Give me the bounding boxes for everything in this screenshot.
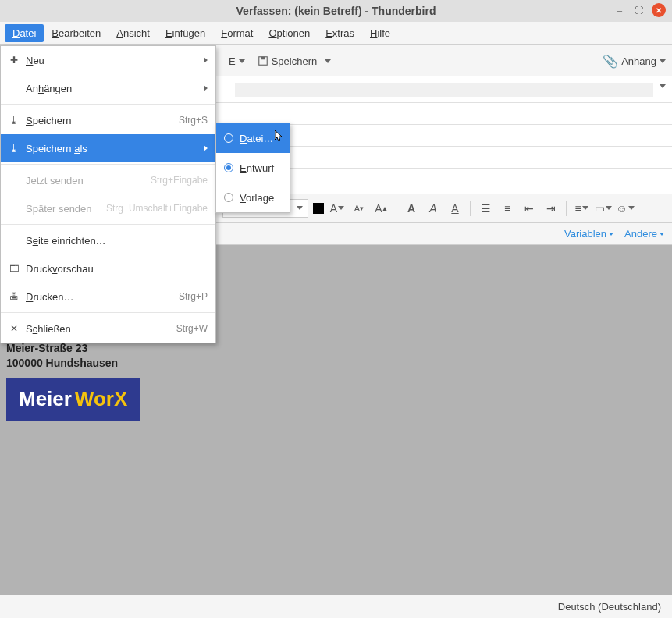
menu-schliessen-accel: Strg+W bbox=[176, 323, 208, 334]
chevron-down-icon bbox=[297, 206, 303, 210]
menu-einfuegen[interactable]: Einfügen bbox=[158, 24, 213, 42]
menu-spaeter-senden: Später senden Strg+Umschalt+Eingabe bbox=[1, 194, 215, 222]
menu-extras[interactable]: Extras bbox=[318, 24, 362, 42]
save-button[interactable]: Speichern bbox=[251, 52, 324, 70]
download-icon: ⭳ bbox=[7, 115, 21, 126]
menu-separator bbox=[1, 104, 215, 105]
submenu-datei[interactable]: Datei… bbox=[216, 123, 290, 153]
underline-btn[interactable]: A bbox=[446, 200, 464, 217]
recipient-row[interactable] bbox=[216, 76, 672, 103]
chevron-down-icon[interactable] bbox=[660, 84, 666, 88]
svg-rect-1 bbox=[261, 57, 265, 60]
outdent-btn[interactable]: ⇤ bbox=[521, 200, 538, 217]
chevron-down-icon[interactable] bbox=[325, 59, 331, 63]
attach-label: Anhang bbox=[621, 55, 656, 67]
menu-schliessen[interactable]: ✕ Schließen Strg+W bbox=[1, 314, 215, 343]
font-smaller-btn[interactable]: A▾ bbox=[350, 200, 368, 217]
menu-neu[interactable]: ✚ Neu bbox=[1, 46, 215, 74]
menu-datei[interactable]: Datei bbox=[5, 24, 44, 42]
menu-druckvorschau-label: Druckvorschau bbox=[26, 263, 208, 275]
variables-label: Variablen bbox=[564, 228, 606, 240]
menu-speichern-label: Speichern bbox=[26, 115, 179, 126]
close-icon[interactable]: ✕ bbox=[652, 3, 666, 17]
menu-speichern-als[interactable]: ⭳ Speichern als bbox=[1, 134, 215, 162]
font-size-btn[interactable]: A bbox=[329, 200, 346, 217]
file-menu-dropdown: ✚ Neu Anhängen ⭳ Speichern Strg+S ⭳ Spei… bbox=[0, 45, 216, 343]
toolbar-fragment[interactable]: E bbox=[222, 52, 251, 70]
titlebar: Verfassen: (kein Betreff) - Thunderbird … bbox=[0, 0, 672, 22]
chevron-down-icon bbox=[239, 59, 245, 63]
menu-jetzt-senden-accel: Strg+Eingabe bbox=[151, 175, 208, 186]
header-row-2[interactable] bbox=[216, 103, 672, 125]
font-larger-btn[interactable]: A▴ bbox=[372, 200, 389, 217]
bullet-list-btn[interactable]: ☰ bbox=[477, 200, 494, 217]
italic-btn[interactable]: A bbox=[425, 200, 442, 217]
menu-seite-einrichten[interactable]: Seite einrichten… bbox=[1, 226, 215, 254]
logo-word-2: WorX bbox=[75, 387, 127, 410]
align-btn[interactable]: ≡ bbox=[573, 200, 590, 217]
maximize-icon[interactable]: ⛶ bbox=[633, 5, 644, 16]
submenu-vorlage[interactable]: Vorlage bbox=[216, 183, 290, 212]
menu-drucken-label: Drucken… bbox=[26, 291, 179, 303]
other-label: Andere bbox=[624, 228, 657, 240]
insert-btn[interactable]: ▭ bbox=[595, 200, 612, 217]
menu-anhaengen[interactable]: Anhängen bbox=[1, 74, 215, 102]
bold-btn[interactable]: A bbox=[403, 200, 420, 217]
menu-spaeter-senden-label: Später senden bbox=[26, 203, 106, 215]
sig-city: 100000 Hundshausen bbox=[6, 356, 140, 371]
menubar: Datei Bearbeiten Ansicht Einfügen Format… bbox=[0, 22, 672, 45]
window-title: Verfassen: (kein Betreff) - Thunderbird bbox=[236, 5, 436, 17]
menu-speichern[interactable]: ⭳ Speichern Strg+S bbox=[1, 106, 215, 134]
variables-row: Variablen Andere bbox=[216, 223, 672, 245]
statusbar: Deutsch (Deutschland) bbox=[0, 595, 672, 618]
submenu-entwurf[interactable]: Entwurf bbox=[216, 153, 290, 183]
menu-optionen[interactable]: Optionen bbox=[261, 24, 318, 42]
chevron-right-icon bbox=[204, 57, 208, 63]
save-label: Speichern bbox=[272, 55, 318, 67]
submenu-datei-label: Datei… bbox=[240, 133, 273, 144]
radio-icon bbox=[224, 133, 233, 143]
window-controls: – ⛶ ✕ bbox=[614, 3, 666, 17]
variables-dropdown[interactable]: Variablen bbox=[564, 228, 613, 240]
chevron-down-icon bbox=[606, 206, 612, 210]
menu-format[interactable]: Format bbox=[213, 24, 261, 42]
minimize-icon[interactable]: – bbox=[614, 5, 625, 16]
menu-speichern-als-label: Speichern als bbox=[26, 143, 199, 154]
main-toolbar: E Speichern 📎 Anhang bbox=[216, 45, 672, 76]
close-icon: ✕ bbox=[7, 323, 21, 334]
language-indicator[interactable]: Deutsch (Deutschland) bbox=[558, 601, 661, 613]
menu-separator bbox=[1, 224, 215, 225]
color-swatch[interactable] bbox=[313, 203, 324, 214]
chevron-down-icon bbox=[582, 206, 588, 210]
chevron-right-icon bbox=[204, 85, 208, 91]
menu-anhaengen-label: Anhängen bbox=[26, 83, 199, 94]
number-list-btn[interactable]: ≡ bbox=[499, 200, 516, 217]
save-icon bbox=[258, 55, 268, 66]
preview-icon: 🗔 bbox=[7, 263, 21, 274]
menu-separator bbox=[1, 312, 215, 313]
menu-ansicht[interactable]: Ansicht bbox=[108, 24, 158, 42]
chevron-down-icon bbox=[628, 206, 635, 210]
menu-hilfe[interactable]: Hilfe bbox=[362, 24, 398, 42]
logo-word-1: Meier bbox=[19, 387, 72, 410]
emoji-btn[interactable]: ☺ bbox=[617, 200, 634, 217]
chevron-down-icon bbox=[660, 233, 664, 236]
menu-neu-label: Neu bbox=[26, 55, 199, 66]
other-dropdown[interactable]: Andere bbox=[624, 228, 664, 240]
signature-logo: Meier WorX bbox=[6, 378, 140, 421]
menu-bearbeiten[interactable]: Bearbeiten bbox=[44, 24, 108, 42]
menu-druckvorschau[interactable]: 🗔 Druckvorschau bbox=[1, 254, 215, 282]
save-as-submenu: Datei… Entwurf Vorlage bbox=[215, 123, 290, 213]
attach-button[interactable]: 📎 Anhang bbox=[603, 54, 666, 69]
plus-icon: ✚ bbox=[7, 55, 21, 66]
chevron-down-icon bbox=[338, 206, 344, 210]
menu-speichern-accel: Strg+S bbox=[179, 115, 208, 126]
indent-btn[interactable]: ⇥ bbox=[542, 200, 560, 217]
radio-checked-icon bbox=[224, 163, 233, 172]
recipient-input[interactable] bbox=[235, 83, 653, 97]
menu-seite-label: Seite einrichten… bbox=[26, 235, 208, 247]
chevron-down-icon bbox=[660, 59, 666, 63]
menu-drucken[interactable]: 🖶 Drucken… Strg+P bbox=[1, 282, 215, 311]
menu-spaeter-senden-accel: Strg+Umschalt+Eingabe bbox=[106, 203, 208, 214]
toolbar-fragment-label: E bbox=[229, 55, 236, 67]
